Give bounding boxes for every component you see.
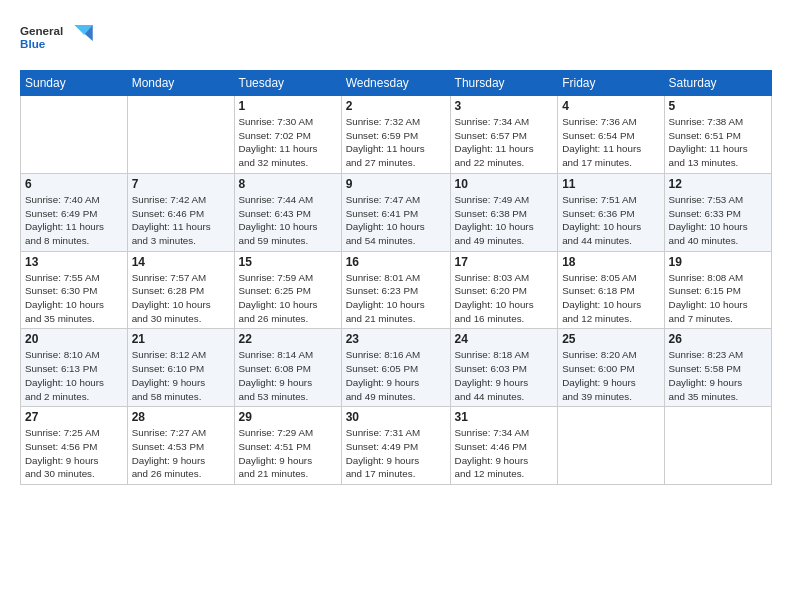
day-number: 22 [239,332,337,346]
day-cell: 10Sunrise: 7:49 AM Sunset: 6:38 PM Dayli… [450,173,558,251]
day-number: 31 [455,410,554,424]
logo-svg: General Blue [20,16,100,60]
day-info: Sunrise: 7:53 AM Sunset: 6:33 PM Dayligh… [669,193,767,248]
day-number: 28 [132,410,230,424]
weekday-monday: Monday [127,71,234,96]
week-row-2: 6Sunrise: 7:40 AM Sunset: 6:49 PM Daylig… [21,173,772,251]
day-number: 8 [239,177,337,191]
weekday-wednesday: Wednesday [341,71,450,96]
day-number: 21 [132,332,230,346]
day-info: Sunrise: 8:20 AM Sunset: 6:00 PM Dayligh… [562,348,659,403]
day-info: Sunrise: 7:25 AM Sunset: 4:56 PM Dayligh… [25,426,123,481]
day-cell: 19Sunrise: 8:08 AM Sunset: 6:15 PM Dayli… [664,251,771,329]
day-number: 25 [562,332,659,346]
day-info: Sunrise: 7:29 AM Sunset: 4:51 PM Dayligh… [239,426,337,481]
day-cell: 6Sunrise: 7:40 AM Sunset: 6:49 PM Daylig… [21,173,128,251]
day-cell [664,407,771,485]
calendar-table: SundayMondayTuesdayWednesdayThursdayFrid… [20,70,772,485]
day-info: Sunrise: 7:34 AM Sunset: 4:46 PM Dayligh… [455,426,554,481]
day-info: Sunrise: 8:18 AM Sunset: 6:03 PM Dayligh… [455,348,554,403]
day-cell: 20Sunrise: 8:10 AM Sunset: 6:13 PM Dayli… [21,329,128,407]
day-number: 16 [346,255,446,269]
day-info: Sunrise: 8:03 AM Sunset: 6:20 PM Dayligh… [455,271,554,326]
day-cell: 22Sunrise: 8:14 AM Sunset: 6:08 PM Dayli… [234,329,341,407]
day-number: 5 [669,99,767,113]
day-cell: 7Sunrise: 7:42 AM Sunset: 6:46 PM Daylig… [127,173,234,251]
day-number: 10 [455,177,554,191]
day-number: 14 [132,255,230,269]
logo: General Blue [20,16,100,60]
day-cell [558,407,664,485]
day-cell: 13Sunrise: 7:55 AM Sunset: 6:30 PM Dayli… [21,251,128,329]
weekday-saturday: Saturday [664,71,771,96]
weekday-header-row: SundayMondayTuesdayWednesdayThursdayFrid… [21,71,772,96]
day-number: 19 [669,255,767,269]
day-number: 30 [346,410,446,424]
weekday-tuesday: Tuesday [234,71,341,96]
weekday-sunday: Sunday [21,71,128,96]
day-number: 7 [132,177,230,191]
day-cell: 25Sunrise: 8:20 AM Sunset: 6:00 PM Dayli… [558,329,664,407]
day-cell: 3Sunrise: 7:34 AM Sunset: 6:57 PM Daylig… [450,96,558,174]
svg-text:General: General [20,24,63,37]
day-info: Sunrise: 7:49 AM Sunset: 6:38 PM Dayligh… [455,193,554,248]
day-cell: 11Sunrise: 7:51 AM Sunset: 6:36 PM Dayli… [558,173,664,251]
day-number: 18 [562,255,659,269]
day-info: Sunrise: 8:10 AM Sunset: 6:13 PM Dayligh… [25,348,123,403]
day-number: 2 [346,99,446,113]
day-info: Sunrise: 7:57 AM Sunset: 6:28 PM Dayligh… [132,271,230,326]
day-cell: 31Sunrise: 7:34 AM Sunset: 4:46 PM Dayli… [450,407,558,485]
day-info: Sunrise: 7:34 AM Sunset: 6:57 PM Dayligh… [455,115,554,170]
day-info: Sunrise: 8:01 AM Sunset: 6:23 PM Dayligh… [346,271,446,326]
day-cell: 16Sunrise: 8:01 AM Sunset: 6:23 PM Dayli… [341,251,450,329]
day-info: Sunrise: 7:59 AM Sunset: 6:25 PM Dayligh… [239,271,337,326]
day-info: Sunrise: 7:30 AM Sunset: 7:02 PM Dayligh… [239,115,337,170]
day-info: Sunrise: 8:23 AM Sunset: 5:58 PM Dayligh… [669,348,767,403]
day-info: Sunrise: 7:44 AM Sunset: 6:43 PM Dayligh… [239,193,337,248]
day-info: Sunrise: 8:05 AM Sunset: 6:18 PM Dayligh… [562,271,659,326]
day-number: 4 [562,99,659,113]
day-cell [127,96,234,174]
day-info: Sunrise: 7:40 AM Sunset: 6:49 PM Dayligh… [25,193,123,248]
svg-text:Blue: Blue [20,37,46,50]
day-number: 27 [25,410,123,424]
day-cell: 27Sunrise: 7:25 AM Sunset: 4:56 PM Dayli… [21,407,128,485]
day-cell: 4Sunrise: 7:36 AM Sunset: 6:54 PM Daylig… [558,96,664,174]
day-cell: 21Sunrise: 8:12 AM Sunset: 6:10 PM Dayli… [127,329,234,407]
day-cell: 30Sunrise: 7:31 AM Sunset: 4:49 PM Dayli… [341,407,450,485]
day-info: Sunrise: 8:12 AM Sunset: 6:10 PM Dayligh… [132,348,230,403]
week-row-1: 1Sunrise: 7:30 AM Sunset: 7:02 PM Daylig… [21,96,772,174]
day-number: 1 [239,99,337,113]
calendar-page: General Blue SundayMondayTuesdayWednesda… [0,0,792,612]
day-info: Sunrise: 7:36 AM Sunset: 6:54 PM Dayligh… [562,115,659,170]
day-info: Sunrise: 8:16 AM Sunset: 6:05 PM Dayligh… [346,348,446,403]
day-number: 23 [346,332,446,346]
day-number: 26 [669,332,767,346]
week-row-5: 27Sunrise: 7:25 AM Sunset: 4:56 PM Dayli… [21,407,772,485]
day-info: Sunrise: 8:08 AM Sunset: 6:15 PM Dayligh… [669,271,767,326]
day-info: Sunrise: 7:38 AM Sunset: 6:51 PM Dayligh… [669,115,767,170]
day-number: 15 [239,255,337,269]
day-info: Sunrise: 8:14 AM Sunset: 6:08 PM Dayligh… [239,348,337,403]
day-cell: 5Sunrise: 7:38 AM Sunset: 6:51 PM Daylig… [664,96,771,174]
day-cell: 24Sunrise: 8:18 AM Sunset: 6:03 PM Dayli… [450,329,558,407]
day-cell: 18Sunrise: 8:05 AM Sunset: 6:18 PM Dayli… [558,251,664,329]
day-number: 24 [455,332,554,346]
day-cell: 15Sunrise: 7:59 AM Sunset: 6:25 PM Dayli… [234,251,341,329]
weekday-friday: Friday [558,71,664,96]
day-cell: 29Sunrise: 7:29 AM Sunset: 4:51 PM Dayli… [234,407,341,485]
day-info: Sunrise: 7:42 AM Sunset: 6:46 PM Dayligh… [132,193,230,248]
day-cell: 1Sunrise: 7:30 AM Sunset: 7:02 PM Daylig… [234,96,341,174]
day-number: 13 [25,255,123,269]
day-cell: 12Sunrise: 7:53 AM Sunset: 6:33 PM Dayli… [664,173,771,251]
day-number: 20 [25,332,123,346]
day-info: Sunrise: 7:47 AM Sunset: 6:41 PM Dayligh… [346,193,446,248]
header: General Blue [20,16,772,60]
day-number: 12 [669,177,767,191]
day-info: Sunrise: 7:31 AM Sunset: 4:49 PM Dayligh… [346,426,446,481]
day-info: Sunrise: 7:32 AM Sunset: 6:59 PM Dayligh… [346,115,446,170]
day-number: 6 [25,177,123,191]
day-cell: 14Sunrise: 7:57 AM Sunset: 6:28 PM Dayli… [127,251,234,329]
weekday-thursday: Thursday [450,71,558,96]
day-number: 29 [239,410,337,424]
